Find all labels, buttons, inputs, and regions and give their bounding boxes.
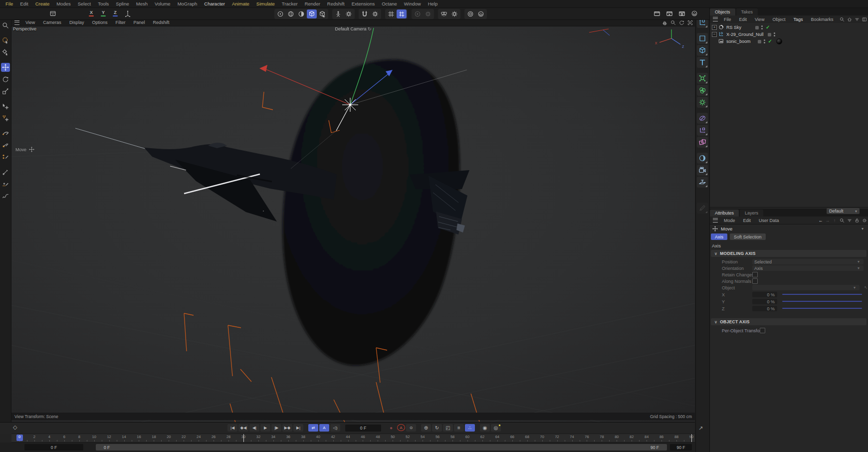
keyframe-selection-button[interactable]: ◉ — [480, 424, 490, 432]
material-pen-icon[interactable] — [697, 203, 708, 214]
menu-tools[interactable]: Tools — [94, 0, 112, 7]
tab-takes[interactable]: Takes — [736, 8, 758, 15]
viewport-menu-display[interactable]: Display — [65, 19, 88, 26]
viewport-menu-panel[interactable]: Panel — [129, 19, 149, 26]
autokey-button[interactable]: A — [397, 424, 405, 431]
cloner-icon[interactable] — [697, 137, 708, 148]
range-start-field[interactable]: 0 F — [24, 444, 83, 451]
record-position-toggle[interactable]: ⊕ — [421, 424, 431, 432]
object-mode-icon[interactable] — [307, 9, 317, 18]
spline-primitive-icon[interactable] — [697, 33, 708, 44]
menu-edit[interactable]: Edit — [16, 0, 31, 7]
render-picture-viewer-icon[interactable] — [663, 9, 675, 18]
viewport-menu-redshift[interactable]: Redshift — [149, 19, 173, 26]
field-icon[interactable] — [697, 113, 708, 124]
om-menu-object[interactable]: Object — [768, 17, 789, 22]
expand-timeline-icon[interactable]: ↗ — [698, 425, 703, 432]
rotate-view-icon[interactable] — [678, 19, 685, 26]
history-back-icon[interactable]: ← — [818, 218, 824, 223]
knife-tool[interactable] — [1, 168, 10, 177]
menu-character[interactable]: Character — [201, 0, 228, 7]
move-tool[interactable] — [1, 63, 10, 72]
menu-modes[interactable]: Modes — [53, 0, 74, 7]
object-row-sonic-boom[interactable]: + sonic_boom ✓ — [710, 38, 868, 45]
subdivision-surface-icon[interactable] — [697, 73, 708, 84]
animation-mode-icon[interactable] — [317, 9, 327, 18]
next-frame-button[interactable]: |▶ — [271, 424, 281, 432]
menu-window[interactable]: Window — [401, 0, 425, 7]
preset-dropdown[interactable]: Default▾ — [827, 208, 860, 214]
workplane-settings-icon[interactable] — [344, 9, 354, 18]
object-name[interactable]: sonic_boom — [726, 39, 751, 44]
tab-attributes[interactable]: Attributes — [710, 210, 739, 217]
text-primitive-icon[interactable] — [697, 57, 708, 68]
zoom-tool[interactable] — [1, 21, 10, 30]
om-menu-edit[interactable]: Edit — [735, 17, 751, 22]
visibility-dots[interactable] — [761, 25, 763, 29]
live-selection-tool[interactable] — [1, 36, 10, 45]
menu-extensions[interactable]: Extensions — [348, 0, 378, 7]
sky-icon[interactable] — [697, 153, 708, 164]
y-axis-lock-button[interactable]: Y — [99, 9, 108, 18]
attr-menu-user-data[interactable]: User Data — [755, 218, 783, 223]
viewport-menu-cameras[interactable]: Cameras — [39, 19, 65, 26]
transform-tool[interactable] — [1, 102, 10, 111]
tweak-tool[interactable] — [1, 48, 10, 57]
timeline-range-slider[interactable]: 0 F 90 F — [96, 444, 667, 451]
object-row-x29-ground-null[interactable]: − X-29_Ground_Null — [710, 31, 868, 38]
layer-chip[interactable] — [758, 40, 761, 43]
texture-mode-icon[interactable] — [296, 9, 306, 18]
viewport-menu-icon[interactable] — [14, 20, 19, 25]
attr-menu-mode[interactable]: Mode — [720, 218, 739, 223]
viewport-menu-options[interactable]: Options — [88, 19, 111, 26]
simulation-icon[interactable] — [439, 9, 449, 18]
workplane-icon[interactable] — [333, 9, 343, 18]
layer-chip[interactable] — [768, 33, 771, 36]
keyframe-preset-button[interactable]: ◎ — [491, 424, 501, 432]
parent-up-icon[interactable]: ↑ — [832, 218, 838, 223]
marker-icon[interactable]: ◇ — [13, 424, 17, 431]
menu-octane[interactable]: Octane — [378, 0, 401, 7]
make-editable-icon[interactable] — [275, 9, 285, 18]
spline-arc-tool[interactable] — [1, 129, 10, 138]
zoom-view-icon[interactable] — [669, 19, 676, 26]
scale-tool[interactable] — [1, 87, 10, 96]
toggle-view-icon[interactable] — [686, 19, 693, 26]
material-tag[interactable] — [776, 38, 782, 44]
viewport-menu-view[interactable]: View — [21, 19, 39, 26]
record-point-level-toggle[interactable]: ∴ — [465, 424, 475, 432]
viewport-menu-filter[interactable]: Filter — [111, 19, 129, 26]
keyframe-settings-button[interactable]: ⊙ — [406, 424, 416, 432]
menu-volume[interactable]: Volume — [151, 0, 174, 7]
home-icon[interactable] — [846, 16, 853, 22]
enabled-check-icon[interactable]: ✓ — [766, 25, 770, 30]
pan-view-icon[interactable] — [661, 19, 668, 26]
simulation-settings-icon[interactable] — [449, 9, 459, 18]
scene-3d[interactable]: X Z — [11, 26, 695, 422]
record-parameter-toggle[interactable]: ≡ — [454, 424, 464, 432]
cube-primitive-icon[interactable] — [697, 45, 708, 56]
sketch-tool[interactable] — [1, 192, 10, 201]
range-end-field[interactable]: 90 F — [670, 444, 692, 451]
spline-rect-tool[interactable] — [1, 141, 10, 150]
mode-tab-axis[interactable]: Axis — [711, 233, 727, 240]
tab-objects[interactable]: Objects — [710, 8, 735, 15]
next-key-button[interactable]: ▶◆ — [282, 424, 292, 432]
keyframe-snap-toggle[interactable]: A — [319, 424, 329, 432]
per-object-transform-checkbox[interactable] — [760, 328, 765, 333]
panel-menu-icon[interactable] — [713, 218, 718, 223]
lock-icon[interactable] — [854, 217, 860, 224]
octane-render-icon[interactable] — [476, 9, 486, 18]
mode-tab-soft-selection[interactable]: Soft Selection — [730, 233, 766, 240]
grid-icon[interactable] — [386, 9, 396, 18]
filter-icon[interactable] — [854, 16, 860, 22]
attr-menu-edit[interactable]: Edit — [739, 218, 755, 223]
search-icon[interactable] — [839, 217, 845, 224]
prev-key-button[interactable]: ◆◀ — [238, 424, 248, 432]
multi-transform-tool[interactable] — [1, 114, 10, 123]
z-axis-lock-button[interactable]: Z — [111, 9, 120, 18]
loop-toggle[interactable]: ⇄ — [308, 424, 318, 432]
spline-pen-tool[interactable] — [1, 180, 10, 189]
snap-settings-icon[interactable] — [370, 9, 380, 18]
preset-arrow[interactable]: ▾ — [862, 226, 864, 231]
